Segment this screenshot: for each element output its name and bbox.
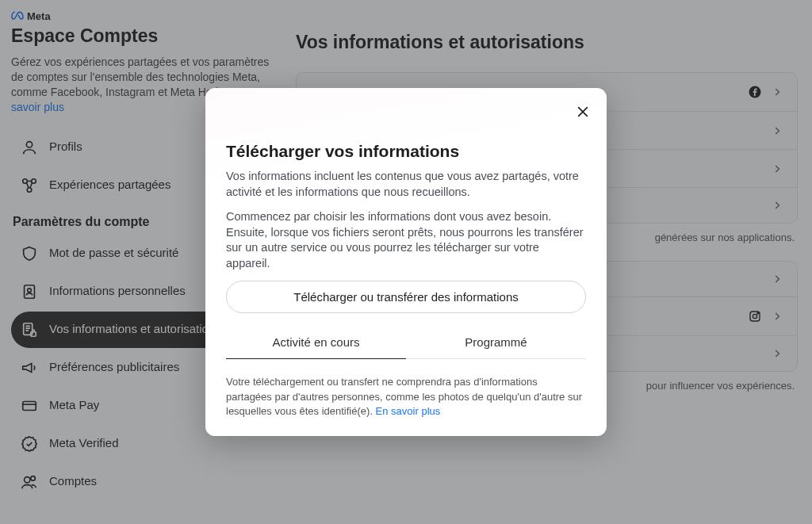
modal-description-2: Commencez par choisir les informations d…: [226, 209, 586, 271]
tab-scheduled[interactable]: Programmé: [406, 327, 586, 358]
modal-title: Télécharger vos informations: [226, 142, 586, 161]
tab-activity-in-progress[interactable]: Activité en cours: [226, 327, 406, 359]
modal-learn-more-link[interactable]: En savoir plus: [376, 405, 441, 417]
modal-description-1: Vos informations incluent les contenus q…: [226, 169, 586, 200]
modal-overlay: Télécharger vos informations Vos informa…: [0, 0, 812, 524]
modal-footnote: Votre téléchargement ou transfert ne com…: [226, 375, 586, 419]
close-button[interactable]: [570, 99, 596, 124]
modal-tabs: Activité en cours Programmé: [226, 327, 586, 359]
close-icon: [575, 104, 591, 120]
download-info-modal: Télécharger vos informations Vos informa…: [205, 88, 607, 436]
download-transfer-button[interactable]: Télécharger ou transférer des informatio…: [226, 281, 586, 313]
